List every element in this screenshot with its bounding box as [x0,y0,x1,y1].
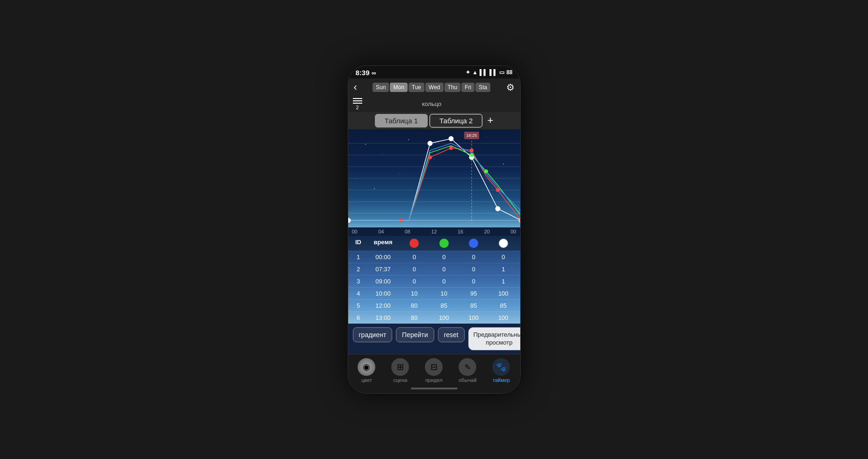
reset-button[interactable]: reset [438,327,465,342]
cell-id: 6 [350,314,367,321]
cell-red: 0 [400,278,430,285]
svg-point-11 [495,206,500,211]
tabs-row: Таблица 1 Таблица 2 + [348,112,520,129]
cell-id: 2 [350,266,367,273]
day-wed[interactable]: Wed [425,83,443,92]
nav-item-color[interactable]: ◉ цвет [358,358,375,383]
table-row[interactable]: 2 07:37 0 0 0 1 [348,263,520,275]
svg-point-20 [470,153,473,157]
wifi-icon: ▲ [472,69,478,76]
action-buttons-row: градиент Перейти reset Предварительный п… [348,324,520,354]
day-sun[interactable]: Sun [373,83,389,92]
bluetooth-icon: ✦ [466,69,470,76]
add-tab-button[interactable]: + [487,114,493,127]
table-row[interactable]: 1 00:00 0 0 0 0 [348,251,520,263]
cell-blue: 100 [459,314,489,321]
col-header-green [429,239,459,248]
cell-red: 80 [400,314,430,321]
table-row[interactable]: 5 12:00 80 85 85 85 [348,299,520,311]
col-header-time: время [367,239,400,248]
tab-table2[interactable]: Таблица 2 [430,114,482,127]
nav-label-color: цвет [361,377,372,383]
x-label-16: 16 [458,229,463,234]
nav-item-preset[interactable]: ⊟ придел [425,358,443,383]
cell-time: 12:00 [367,302,400,309]
menu-icon[interactable] [353,98,362,104]
preview-button[interactable]: Предварительный просмотр [468,327,521,351]
svg-point-21 [484,169,488,173]
chart-area: 16:25 [348,129,520,227]
cell-green: 0 [429,254,459,261]
nav-label-preset: придел [425,377,443,383]
status-icons: ✦ ▲ ▌▌ ▌▌ ▭ 88 [466,69,512,76]
cell-white: 85 [488,302,518,309]
day-mon[interactable]: Mon [390,83,407,92]
cell-white: 0 [488,254,518,261]
day-fri[interactable]: Fri [461,83,474,92]
bottom-nav: ◉ цвет ⊞ сцена ⊟ придел ✎ обычай 🐾 [348,354,520,385]
signal-icon2: ▌▌ [489,69,497,76]
cell-time: 13:00 [367,314,400,321]
days-row: Sun Mon Tue Wed Thu Fri Sta [373,83,490,92]
cell-green: 85 [429,302,459,309]
back-button[interactable]: ‹ [354,81,357,93]
gear-icon[interactable]: ⚙ [506,82,515,93]
home-indicator [348,385,520,393]
go-button[interactable]: Перейти [396,327,434,342]
day-sta[interactable]: Sta [475,83,490,92]
x-label-04: 04 [378,229,384,234]
x-label-00a: 00 [352,229,358,234]
svg-text:16:25: 16:25 [466,133,477,138]
x-label-00b: 00 [510,229,516,234]
nav-label-timer: таймер [493,377,510,383]
battery-icon: ▭ [499,69,504,76]
chart-svg: 16:25 [348,129,520,227]
table-row[interactable]: 4 10:00 10 10 95 100 [348,287,520,299]
cell-green: 0 [429,278,459,285]
tab-table1[interactable]: Таблица 1 [375,114,428,127]
cell-id: 3 [350,278,367,285]
table-area: ID время 1 00:00 0 0 0 0 2 0 [348,236,520,324]
cell-time: 07:37 [367,266,400,273]
x-label-20: 20 [484,229,490,234]
nav-item-scene[interactable]: ⊞ сцена [391,358,409,383]
x-label-08: 08 [405,229,410,234]
chart-x-axis: 00 04 08 12 16 20 00 [348,227,520,236]
cell-time: 00:00 [367,254,400,261]
nav-item-timer[interactable]: 🐾 таймер [492,358,510,383]
cell-blue: 0 [459,266,489,273]
cell-green: 100 [429,314,459,321]
signal-icon: ▌▌ [480,69,488,76]
svg-point-9 [449,136,453,141]
cell-white: 100 [488,314,518,321]
breadcrumb: кольцо [362,100,502,107]
svg-point-15 [449,146,453,150]
color-icon: ◉ [358,358,375,376]
nav-item-custom[interactable]: ✎ обычай [459,358,476,383]
cell-id: 5 [350,302,367,309]
svg-point-18 [496,188,500,192]
nav-label-custom: обычай [459,377,476,383]
table-row[interactable]: 3 09:00 0 0 0 1 [348,275,520,287]
cell-blue: 95 [459,290,489,297]
day-thu[interactable]: Thu [445,83,461,92]
x-label-12: 12 [431,229,437,234]
cell-red: 10 [400,290,430,297]
cell-blue: 0 [459,278,489,285]
cell-red: 0 [400,266,430,273]
sub-header: 2 кольцо [348,96,520,112]
day-tue[interactable]: Tue [409,83,424,92]
preset-icon: ⊟ [425,358,443,376]
svg-point-14 [428,155,432,159]
col-header-blue [459,239,489,248]
col-header-id: ID [350,239,367,248]
status-time: 8:39 ∞ [356,69,376,77]
status-bar: 8:39 ∞ ✦ ▲ ▌▌ ▌▌ ▭ 88 [348,66,520,78]
cell-green: 10 [429,290,459,297]
cell-red: 80 [400,302,430,309]
scene-icon: ⊞ [391,358,409,376]
table-row[interactable]: 6 13:00 80 100 100 100 [348,311,520,324]
cell-white: 100 [488,290,518,297]
cell-id: 1 [350,254,367,261]
gradient-button[interactable]: градиент [353,327,393,342]
